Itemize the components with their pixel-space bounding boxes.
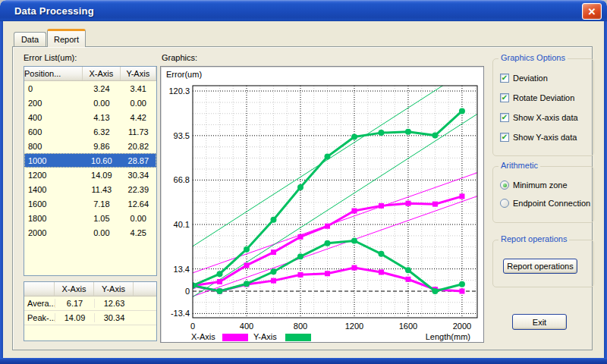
table-cell: 20.82: [121, 142, 156, 151]
svg-text:1200: 1200: [345, 322, 363, 331]
table-row[interactable]: 03.243.41: [24, 81, 156, 96]
error-list-label: Error List(um):: [24, 53, 77, 62]
svg-text:40.1: 40.1: [174, 220, 190, 229]
table-cell: 400: [24, 113, 83, 122]
checkbox-label: Show X-axis data: [513, 113, 578, 122]
checkbox-icon[interactable]: ✔: [500, 113, 509, 122]
table-row[interactable]: 20000.004.25: [24, 225, 156, 240]
window-border-left: [0, 21, 3, 364]
svg-text:400: 400: [240, 322, 253, 331]
tab-data-label: Data: [21, 35, 39, 44]
column-header[interactable]: X-Axis: [83, 67, 120, 80]
checkbox-option[interactable]: ✔Show Y-axis data: [493, 127, 593, 147]
x-axis-label: Length(mm): [426, 332, 470, 341]
radio-label: Endpoint Connection: [513, 199, 590, 208]
close-icon: ✕: [588, 7, 596, 17]
radio-option[interactable]: Minimum zone: [493, 176, 593, 194]
svg-text:2000: 2000: [453, 322, 471, 331]
column-header[interactable]: Position...: [24, 67, 83, 80]
data-processing-dialog: Data Processing ✕ Data Report Error List…: [0, 0, 607, 364]
table-cell: 200: [24, 99, 83, 108]
svg-text:0: 0: [190, 322, 195, 331]
checkbox-icon[interactable]: ✔: [500, 93, 509, 102]
error-list-header: Position...X-AxisY-Axis: [24, 67, 156, 81]
summary-header: X-AxisY-Axis: [24, 282, 156, 297]
table-cell: 0.00: [121, 214, 156, 223]
tab-report-label: Report: [54, 35, 79, 44]
summary-cell: Avera...: [24, 299, 55, 308]
summary-table: X-AxisY-Axis Avera...6.1712.63Peak-...14…: [24, 281, 157, 341]
table-cell: 14.09: [83, 171, 120, 180]
column-header[interactable]: [24, 282, 55, 296]
title-bar[interactable]: Data Processing ✕: [0, 0, 607, 21]
table-cell: 11.43: [83, 185, 120, 194]
legend-x-label: X-Axis: [191, 332, 215, 341]
svg-text:1600: 1600: [399, 322, 417, 331]
summary-cell: 12.63: [94, 299, 134, 308]
legend-y-swatch-icon: [285, 334, 311, 341]
table-row[interactable]: 100010.6028.87: [24, 153, 156, 168]
error-list-body: 03.243.412000.000.004004.134.426006.3211…: [24, 81, 156, 240]
table-cell: 7.18: [83, 199, 120, 209]
radio-icon[interactable]: [500, 180, 509, 190]
svg-text:13.4: 13.4: [174, 265, 190, 274]
svg-text:66.8: 66.8: [174, 175, 190, 184]
table-cell: 11.73: [121, 127, 156, 136]
table-row[interactable]: 6006.3211.73: [24, 124, 156, 139]
window-border-right: [604, 21, 607, 364]
svg-text:120.3: 120.3: [168, 86, 190, 96]
tab-data[interactable]: Data: [14, 32, 46, 46]
table-cell: 1800: [24, 214, 83, 223]
legend-x-swatch-icon: [222, 334, 248, 341]
table-row[interactable]: 8009.8620.82: [24, 139, 156, 153]
table-cell: 2000: [24, 228, 83, 237]
table-cell: 6.32: [83, 127, 120, 136]
legend-y-label: Y-Axis: [253, 332, 277, 341]
table-cell: 1600: [24, 199, 83, 209]
table-row[interactable]: 16007.1812.64: [24, 196, 156, 211]
table-cell: 1200: [24, 171, 83, 180]
radio-icon[interactable]: [500, 199, 509, 208]
table-cell: 12.64: [121, 199, 156, 209]
column-header[interactable]: Y-Axis: [94, 282, 134, 296]
table-cell: 1400: [24, 185, 83, 194]
error-list-table: Position...X-AxisY-Axis 03.243.412000.00…: [24, 66, 157, 276]
table-cell: 0.00: [83, 228, 120, 237]
table-row[interactable]: 2000.000.00: [24, 96, 156, 110]
column-header[interactable]: X-Axis: [55, 282, 94, 296]
table-cell: 1.05: [83, 214, 120, 223]
checkbox-option[interactable]: ✔Rotate Deviation: [493, 88, 593, 108]
checkbox-icon[interactable]: ✔: [500, 133, 509, 142]
table-row[interactable]: 18001.050.00: [24, 211, 156, 225]
checkbox-option[interactable]: ✔Show X-axis data: [493, 108, 593, 127]
table-cell: 3.24: [83, 84, 120, 93]
tab-report[interactable]: Report: [47, 29, 86, 47]
table-row[interactable]: 120014.0930.34: [24, 168, 156, 182]
arithmetic-group: Arithmetic Minimum zoneEndpoint Connecti…: [492, 166, 594, 223]
table-row[interactable]: 140011.4322.39: [24, 182, 156, 196]
report-operations-button[interactable]: Report operations: [503, 259, 577, 274]
table-cell: 3.41: [121, 84, 156, 93]
radio-dot-icon: [503, 184, 507, 187]
table-row[interactable]: 4004.134.42: [24, 110, 156, 124]
close-button[interactable]: ✕: [582, 3, 602, 20]
radio-option[interactable]: Endpoint Connection: [493, 194, 593, 212]
table-cell: 600: [24, 127, 83, 136]
summary-cell: 14.09: [55, 313, 94, 322]
chart-svg: 120.393.566.840.113.40-13.40400800120016…: [161, 67, 485, 344]
chart-title: Error(um): [166, 70, 202, 79]
graphics-options-body: ✔Deviation✔Rotate Deviation✔Show X-axis …: [493, 59, 593, 155]
checkbox-option[interactable]: ✔Deviation: [493, 68, 593, 88]
svg-text:0: 0: [185, 287, 190, 296]
table-cell: 4.42: [121, 113, 156, 122]
window-title: Data Processing: [14, 5, 94, 17]
column-header[interactable]: Y-Axis: [121, 67, 156, 80]
radio-label: Minimum zone: [513, 180, 568, 190]
exit-button[interactable]: Exit: [512, 314, 567, 330]
svg-text:93.5: 93.5: [174, 131, 190, 140]
checkbox-icon[interactable]: ✔: [500, 74, 509, 83]
table-cell: 30.34: [121, 171, 156, 180]
dialog-client-area: Data Report Error List(um): Position...X…: [3, 21, 604, 358]
table-cell: 0.00: [83, 99, 120, 108]
table-cell: 9.86: [83, 142, 120, 151]
